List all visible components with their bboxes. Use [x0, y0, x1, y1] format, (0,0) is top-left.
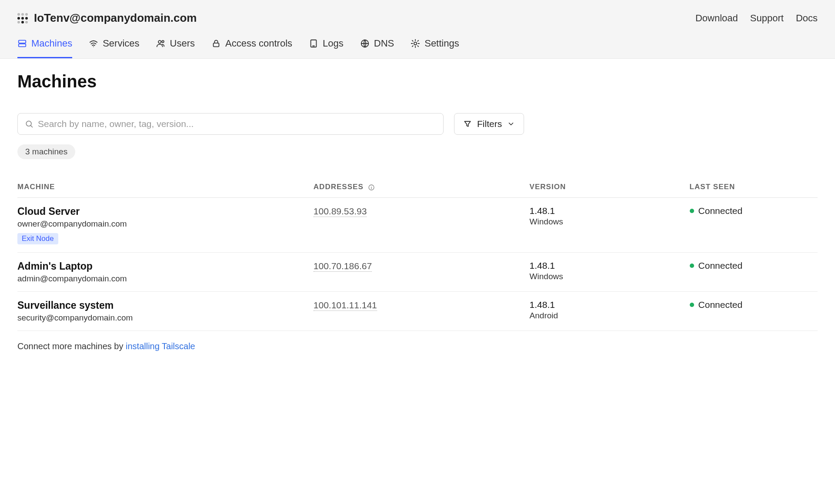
machine-owner: security@companydomain.com: [17, 313, 309, 323]
chevron-down-icon: [507, 120, 515, 128]
svg-point-2: [93, 46, 94, 47]
machine-count-pill: 3 machines: [17, 144, 75, 159]
filters-label: Filters: [477, 119, 502, 129]
wifi-icon: [89, 39, 98, 48]
svg-rect-5: [214, 43, 219, 47]
machine-address[interactable]: 100.70.186.67: [314, 260, 372, 272]
search-row: Filters: [17, 113, 818, 135]
svg-line-11: [30, 125, 32, 127]
filter-icon: [463, 120, 472, 128]
topbar: IoTenv@companydomain.com Download Suppor…: [0, 0, 835, 59]
machine-owner: admin@companydomain.com: [17, 274, 309, 284]
machine-owner: owner@companydomain.com: [17, 219, 309, 229]
download-link[interactable]: Download: [695, 13, 738, 24]
nav-logs[interactable]: Logs: [309, 33, 344, 58]
status-dot-icon: [690, 264, 694, 268]
nav-label: Services: [103, 38, 139, 49]
footer-note: Connect more machines by installing Tail…: [17, 341, 818, 351]
primary-nav: Machines Services Users Access controls …: [17, 33, 818, 58]
svg-point-14: [371, 186, 371, 186]
info-icon[interactable]: [368, 184, 375, 191]
machine-version: 1.48.1: [530, 300, 685, 310]
nav-label: Access controls: [225, 38, 292, 49]
machine-os: Windows: [530, 217, 685, 227]
nav-machines[interactable]: Machines: [17, 33, 72, 58]
org-switcher[interactable]: IoTenv@companydomain.com: [17, 11, 197, 25]
nav-label: Settings: [424, 38, 459, 49]
nav-access-controls[interactable]: Access controls: [211, 33, 292, 58]
status-text: Connected: [698, 300, 743, 310]
machine-name: Surveillance system: [17, 300, 309, 311]
exit-node-badge: Exit Node: [17, 233, 58, 244]
machine-status: Connected: [690, 300, 813, 310]
tailscale-logo-icon: [17, 13, 28, 23]
col-addresses: ADDRESSES: [314, 177, 530, 198]
machine-name: Admin's Laptop: [17, 260, 309, 272]
support-link[interactable]: Support: [750, 13, 784, 24]
header-links: Download Support Docs: [695, 13, 818, 24]
svg-rect-1: [19, 44, 26, 47]
status-text: Connected: [698, 206, 743, 216]
users-icon: [156, 39, 166, 48]
topbar-row: IoTenv@companydomain.com Download Suppor…: [17, 0, 818, 33]
col-version: VERSION: [530, 177, 690, 198]
tablet-icon: [309, 39, 318, 48]
status-dot-icon: [690, 209, 694, 213]
server-icon: [17, 39, 27, 48]
docs-link[interactable]: Docs: [796, 13, 818, 24]
machine-status: Connected: [690, 206, 813, 216]
machines-table: MACHINE ADDRESSES VERSION LAST SEEN Clou…: [17, 177, 818, 331]
machine-address[interactable]: 100.101.11.141: [314, 300, 377, 311]
machine-version: 1.48.1: [530, 260, 685, 271]
machine-name: Cloud Server: [17, 206, 309, 217]
globe-icon: [360, 39, 370, 48]
machine-os: Android: [530, 311, 685, 320]
nav-label: Logs: [323, 38, 344, 49]
footer-text: Connect more machines by: [17, 341, 126, 351]
status-text: Connected: [698, 260, 743, 271]
nav-label: Users: [170, 38, 195, 49]
machine-version: 1.48.1: [530, 206, 685, 216]
table-row[interactable]: Admin's Laptop admin@companydomain.com 1…: [17, 253, 818, 292]
col-lastseen: LAST SEEN: [690, 177, 818, 198]
svg-rect-0: [19, 40, 26, 43]
nav-label: Machines: [31, 38, 72, 49]
install-tailscale-link[interactable]: installing Tailscale: [126, 341, 195, 351]
table-header-row: MACHINE ADDRESSES VERSION LAST SEEN: [17, 177, 818, 198]
nav-services[interactable]: Services: [89, 33, 139, 58]
table-row[interactable]: Surveillance system security@companydoma…: [17, 292, 818, 331]
filters-button[interactable]: Filters: [454, 113, 524, 135]
col-machine: MACHINE: [17, 177, 314, 198]
org-name: IoTenv@companydomain.com: [34, 11, 197, 25]
gear-icon: [411, 39, 420, 48]
search-icon: [25, 120, 33, 128]
lock-icon: [211, 39, 221, 48]
nav-label: DNS: [374, 38, 394, 49]
page-content: Machines Filters 3 machines MACHINE ADDR…: [0, 59, 835, 369]
machine-status: Connected: [690, 260, 813, 271]
search-input[interactable]: [38, 119, 436, 129]
svg-point-3: [158, 40, 161, 43]
nav-settings[interactable]: Settings: [411, 33, 459, 58]
machine-os: Windows: [530, 272, 685, 281]
table-row[interactable]: Cloud Server owner@companydomain.com Exi…: [17, 198, 818, 253]
svg-point-4: [162, 40, 164, 43]
status-dot-icon: [690, 303, 694, 307]
search-box[interactable]: [17, 113, 444, 135]
machine-address[interactable]: 100.89.53.93: [314, 206, 367, 217]
nav-dns[interactable]: DNS: [360, 33, 394, 58]
page-title: Machines: [17, 72, 818, 91]
svg-point-9: [414, 42, 417, 45]
nav-users[interactable]: Users: [156, 33, 195, 58]
